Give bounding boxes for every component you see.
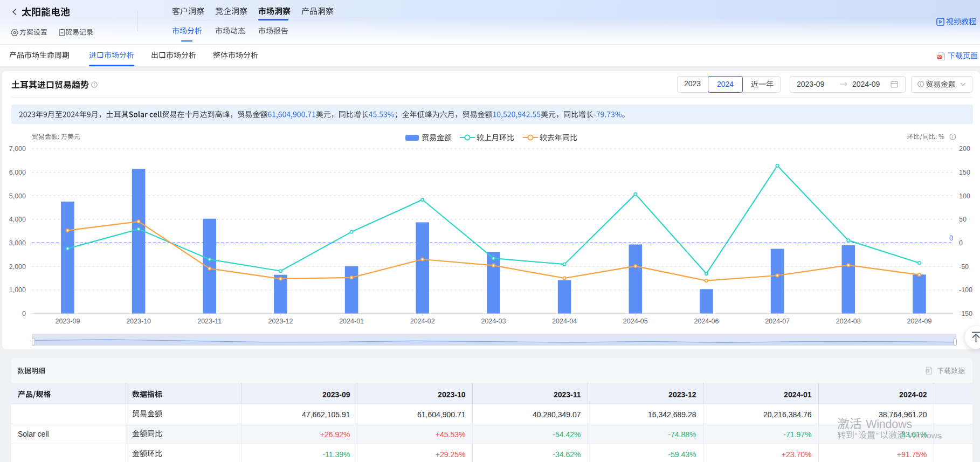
svg-text:-150: -150 — [959, 310, 972, 318]
svg-text:2024-01: 2024-01 — [339, 318, 364, 325]
svg-text:6,000: 6,000 — [9, 169, 26, 176]
svg-text:2024-08: 2024-08 — [836, 318, 861, 325]
svg-text:Windows: Windows — [908, 431, 942, 440]
svg-text:1,000: 1,000 — [9, 286, 26, 294]
svg-text:2023-10: 2023-10 — [126, 318, 151, 325]
svg-text:-50: -50 — [959, 263, 969, 271]
svg-text:PDF: PDF — [937, 55, 942, 58]
svg-text:150: 150 — [959, 169, 970, 176]
svg-text:2024-06: 2024-06 — [694, 318, 719, 325]
svg-text:100: 100 — [959, 192, 970, 200]
svg-text:2023-09: 2023-09 — [55, 318, 80, 325]
svg-text:200: 200 — [959, 145, 970, 153]
svg-text:2024-03: 2024-03 — [481, 318, 506, 325]
svg-text:0: 0 — [949, 235, 953, 242]
svg-text:Windows: Windows — [866, 418, 912, 431]
svg-text:-100: -100 — [959, 286, 972, 294]
svg-text:2024-02: 2024-02 — [410, 318, 435, 325]
svg-text:”: ” — [876, 431, 879, 440]
svg-text:X: X — [927, 369, 929, 373]
svg-text:2023-11: 2023-11 — [197, 318, 222, 325]
svg-text:2024-04: 2024-04 — [552, 318, 577, 325]
svg-text:2,000: 2,000 — [9, 263, 26, 271]
svg-text:4,000: 4,000 — [9, 216, 26, 223]
svg-text:“: “ — [855, 431, 858, 440]
svg-text:2024-05: 2024-05 — [623, 318, 648, 325]
svg-text:2023-12: 2023-12 — [268, 318, 293, 325]
svg-text:7,000: 7,000 — [9, 145, 26, 153]
svg-text:2024-09: 2024-09 — [907, 318, 931, 325]
svg-text:0: 0 — [959, 239, 963, 247]
svg-text:0: 0 — [22, 310, 26, 318]
svg-text:5,000: 5,000 — [9, 192, 26, 200]
svg-text:2024-07: 2024-07 — [765, 318, 790, 325]
svg-text:50: 50 — [959, 216, 967, 223]
svg-text:3,000: 3,000 — [9, 239, 26, 247]
